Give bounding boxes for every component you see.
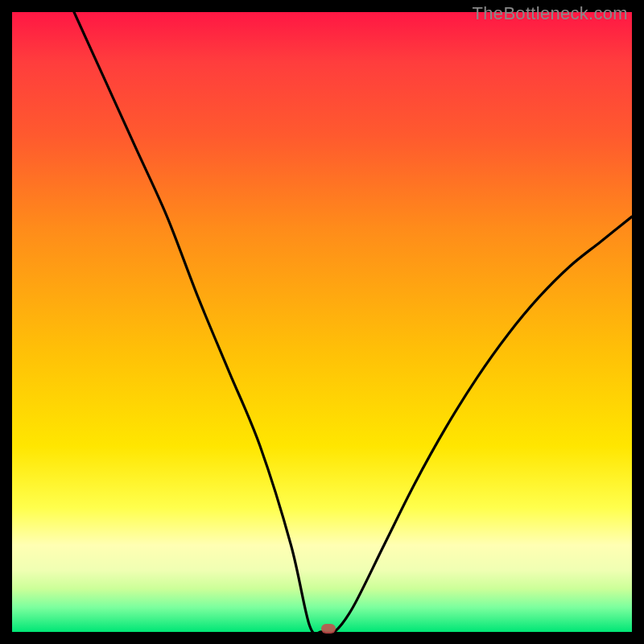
bottleneck-curve-path bbox=[74, 12, 632, 632]
curve-svg bbox=[12, 12, 632, 632]
chart-frame: TheBottleneck.com bbox=[0, 0, 644, 644]
optimal-marker bbox=[321, 624, 336, 634]
watermark-text: TheBottleneck.com bbox=[473, 3, 628, 24]
plot-area bbox=[12, 12, 632, 632]
